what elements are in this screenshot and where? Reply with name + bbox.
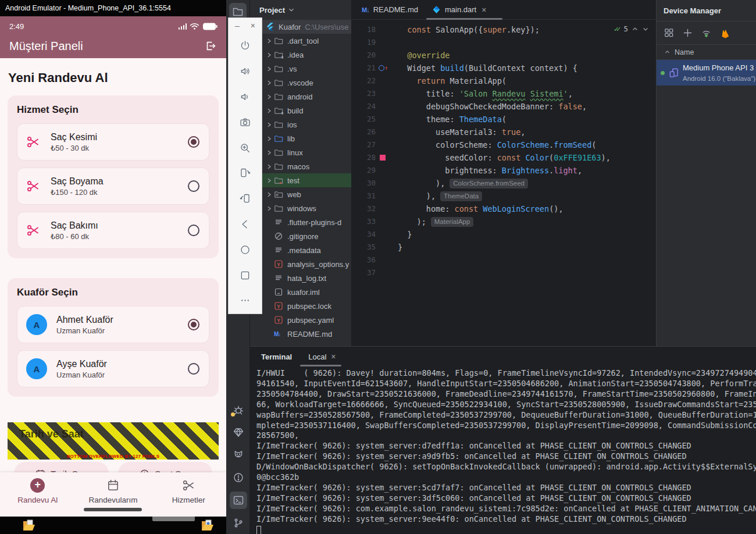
code-line[interactable]: 34 } (351, 228, 656, 241)
chevron-right-icon[interactable] (265, 205, 274, 212)
device-row[interactable]: Medium Phone API 3 Android 16.0 ("Baklav… (657, 60, 756, 86)
code-line[interactable]: 33 );MaterialApp (351, 215, 656, 228)
chevron-right-icon[interactable] (265, 107, 274, 115)
code-line[interactable]: 22 return MaterialApp( (351, 74, 656, 87)
volume-down-icon[interactable] (229, 84, 262, 110)
chevron-down-icon[interactable] (642, 26, 649, 33)
back-icon[interactable] (229, 212, 262, 237)
barber-option[interactable]: AAhmet KuaförUzman Kuaför (17, 306, 209, 343)
close-icon[interactable]: × (482, 5, 486, 15)
tree-item-windows[interactable]: windows (250, 201, 351, 215)
terminal-output[interactable]: I/HWUI ( 9626): Davey! duration=804ms, F… (250, 366, 756, 534)
grid-icon[interactable] (664, 27, 675, 38)
tree-item-linux[interactable]: linux (250, 145, 351, 159)
volume-up-icon[interactable] (229, 59, 262, 84)
radio-button[interactable] (188, 225, 199, 236)
code-line[interactable]: 21↑ Widget build(BuildContext context) { (351, 62, 656, 74)
override-marker-icon[interactable]: ↑ (378, 63, 387, 73)
radio-button[interactable] (188, 136, 199, 148)
chevron-right-icon[interactable] (265, 93, 274, 101)
close-icon[interactable]: × (251, 21, 255, 30)
tree-item--vs[interactable]: .vs (250, 62, 351, 76)
chevron-right-icon[interactable] (265, 163, 274, 170)
tree-item-build[interactable]: ✱build (250, 104, 351, 118)
project-panel-header[interactable]: Project (250, 0, 351, 20)
radio-button[interactable] (188, 363, 199, 375)
nav-item-randevu-al[interactable]: +Randevu Al (0, 472, 76, 517)
chevron-right-icon[interactable] (265, 177, 274, 184)
tree-item-macos[interactable]: macos (250, 159, 351, 173)
chevron-right-icon[interactable] (265, 65, 274, 73)
code-line[interactable]: 24 debugShowCheckedModeBanner: false, (351, 100, 656, 113)
home-icon[interactable] (229, 237, 262, 262)
version-control-icon[interactable] (230, 514, 247, 532)
tree-item--metadata[interactable]: .metadata (250, 243, 351, 257)
close-icon[interactable]: × (331, 352, 336, 361)
code-line[interactable]: 19 (351, 36, 656, 49)
tree-item-analysis-options-y[interactable]: Yanalysis_options.y (250, 257, 351, 271)
zoom-icon[interactable] (229, 135, 262, 161)
tree-item-kuafor[interactable]: KuaforC:\Users\use (250, 20, 351, 34)
color-swatch[interactable] (380, 155, 386, 161)
code-line[interactable]: 27 colorScheme: ColorScheme.fromSeed( (351, 138, 656, 151)
debug-bug-icon[interactable] (230, 401, 247, 418)
tree-item-readme-md[interactable]: M↓README.md (250, 327, 351, 341)
tree-item-pubspec-lock[interactable]: Ypubspec.lock (250, 299, 351, 313)
code-line[interactable]: 36 (351, 254, 656, 266)
code-line[interactable]: 32 home: const WebLoginScreen(), (351, 202, 656, 215)
terminal-tab-local[interactable]: Local × (307, 347, 337, 366)
service-option[interactable]: Saç Bakımı₺80 - 60 dk (17, 212, 209, 249)
tree-item-ios[interactable]: ios (250, 118, 351, 131)
tree-item-web[interactable]: web (250, 187, 351, 201)
code-line[interactable]: 31 ),ThemeData (351, 190, 656, 202)
terminal-icon[interactable] (230, 492, 247, 509)
code-line[interactable]: 29 brightness: Brightness.light, (351, 164, 656, 177)
rotate-ccw-icon[interactable] (229, 161, 262, 186)
tab-main-dart[interactable]: main.dart× (425, 0, 493, 19)
tree-item-test[interactable]: test (250, 173, 351, 187)
power-icon[interactable] (229, 33, 262, 59)
code-line[interactable]: 23 title: 'Salon Randevu Sistemi', (351, 87, 656, 100)
camera-icon[interactable] (229, 109, 262, 135)
device-table-header[interactable]: Name (657, 44, 756, 60)
desktop-folder-icon[interactable] (201, 518, 216, 532)
chevron-right-icon[interactable] (265, 191, 274, 198)
chevron-right-icon[interactable] (265, 79, 274, 87)
code-area[interactable]: ✓✓ 5 18 const SalonApp({super.key});1920… (351, 20, 656, 279)
pair-wifi-icon[interactable] (701, 27, 712, 38)
tree-item--gitignore[interactable]: .gitignore (250, 229, 351, 243)
problems-icon[interactable] (230, 469, 247, 486)
logcat-cat-icon[interactable] (230, 446, 247, 464)
chevron-right-icon[interactable] (265, 149, 274, 156)
nav-item-hizmetler[interactable]: Hizmetler (151, 472, 226, 517)
radio-button[interactable] (188, 319, 199, 330)
code-line[interactable]: 25 theme: ThemeData( (351, 113, 656, 126)
chevron-right-icon[interactable] (265, 135, 274, 143)
chevron-right-icon[interactable] (265, 37, 274, 45)
code-line[interactable]: 18 const SalonApp({super.key}); (351, 23, 656, 36)
desktop-folder-icon[interactable] (22, 518, 37, 532)
tree-item-hata-log-txt[interactable]: hata_log.txt (250, 271, 351, 285)
radio-button[interactable] (188, 180, 199, 192)
code-line[interactable]: 37 (351, 266, 656, 279)
add-device-icon[interactable] (682, 27, 693, 38)
tree-item-android[interactable]: android (250, 90, 351, 104)
tree-item-kuafor-iml[interactable]: kuafor.iml (250, 285, 351, 299)
tree-item--dart-tool[interactable]: .dart_tool (250, 34, 351, 48)
tab-README-md[interactable]: M↓README.md (355, 0, 425, 19)
logout-icon[interactable] (204, 40, 217, 52)
firebase-icon[interactable] (719, 27, 730, 38)
minimize-icon[interactable]: – (235, 21, 240, 30)
code-line[interactable]: 35} (351, 241, 656, 254)
tree-item--flutter-plugins-d[interactable]: .flutter-plugins-d (250, 215, 351, 229)
code-line[interactable]: 28 seedColor: const Color(0xFFE91E63), (351, 151, 656, 164)
chevron-right-icon[interactable] (265, 51, 274, 59)
code-line[interactable]: 20 @override (351, 49, 656, 62)
editor-panel[interactable]: M↓README.mdmain.dart× ✓✓ 5 18 const Salo… (351, 0, 656, 346)
overview-icon[interactable] (229, 262, 262, 288)
tree-item-lib[interactable]: lib (250, 131, 351, 145)
tree-item--idea[interactable]: ✱.idea (250, 48, 351, 62)
service-option[interactable]: Saç Kesimi₺50 - 30 dk (17, 123, 209, 161)
barber-option[interactable]: AAyşe KuaförUzman Kuaför (17, 350, 209, 387)
rotate-cw-icon[interactable] (229, 186, 262, 212)
